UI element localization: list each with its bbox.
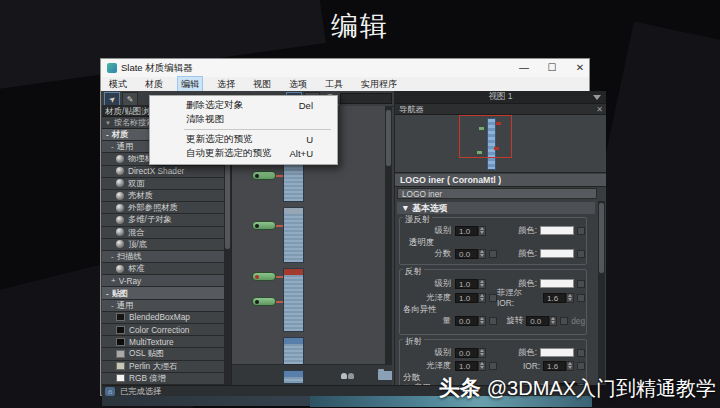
home-icon[interactable]: ⌂ [105, 387, 115, 396]
close-icon[interactable]: ✕ [596, 104, 603, 115]
opacity-map-button[interactable] [489, 250, 497, 258]
navigator-preview[interactable] [395, 115, 606, 173]
navigator-view-rectangle[interactable] [459, 115, 512, 158]
diffuse-level-spinner[interactable]: 1.0 [455, 226, 486, 236]
material-header[interactable]: LOGO iner ( CoronaMtl ) [395, 174, 606, 187]
map-node[interactable] [252, 221, 276, 230]
refraction-level-spinner[interactable]: 0.0 [455, 348, 486, 358]
browser-scrollbar-thumb[interactable] [225, 159, 230, 249]
browser-item[interactable]: DirectX Shader [102, 166, 224, 178]
browser-item[interactable]: Color Correction [102, 324, 224, 336]
menu-select[interactable]: 选择 [214, 77, 238, 92]
browser-item[interactable]: 双面 [102, 178, 224, 190]
browser-item[interactable]: OSL 贴图 [102, 348, 224, 360]
browser-item[interactable]: RGB 倍增 [102, 373, 224, 385]
map-node[interactable] [252, 297, 276, 306]
reflection-color-swatch[interactable] [540, 279, 574, 288]
refraction-gloss-map-button[interactable] [489, 362, 497, 370]
menu-utilities[interactable]: 实用程序 [358, 77, 400, 92]
browser-item[interactable]: 混合 [102, 227, 224, 239]
pick-material-button[interactable]: ✎ [122, 92, 138, 106]
refraction-color-swatch[interactable] [540, 348, 574, 357]
rotation-map-button[interactable] [560, 317, 568, 325]
navigator-header[interactable]: 导航器 ✕ [395, 104, 606, 115]
refraction-gloss-spinner[interactable]: 1.0 [455, 361, 486, 371]
fresnel-ior-spinner[interactable]: 1.6 [543, 293, 574, 303]
material-node[interactable] [283, 370, 304, 384]
page-title: 编辑 [0, 8, 720, 44]
browser-item[interactable]: MultiTexture [102, 336, 224, 348]
browser-scrollbar[interactable] [224, 129, 231, 385]
spinner-arrows-icon[interactable] [478, 279, 486, 289]
reflection-gloss-spinner[interactable]: 1.0 [455, 293, 486, 303]
params-scrollbar[interactable] [598, 201, 605, 384]
opacity-fraction-spinner[interactable]: 0.0 [455, 249, 486, 259]
reflection-level-spinner[interactable]: 1.0 [455, 279, 486, 289]
menu-material[interactable]: 材质 [142, 77, 166, 92]
opacity-color-swatch[interactable] [540, 249, 574, 258]
toolbar-search-field[interactable] [340, 93, 392, 104]
spinner-arrows-icon[interactable] [478, 226, 486, 236]
menu-edit[interactable]: 编辑 [178, 77, 202, 92]
close-button[interactable]: ✕ [573, 61, 587, 75]
folder-icon [378, 371, 392, 380]
tree-subgroup-vray[interactable]: +V-Ray [102, 275, 224, 287]
spinner-arrows-icon[interactable] [478, 348, 486, 358]
tree-group-maps[interactable]: -贴图 [102, 287, 224, 299]
refraction-map-button[interactable] [577, 349, 585, 357]
rotation-spinner[interactable]: 0.0 [526, 316, 557, 326]
diffuse-color-swatch[interactable] [540, 226, 574, 235]
browser-item[interactable]: BlendedBoxMap [102, 312, 224, 324]
node-view-scrollbar-thumb[interactable] [386, 110, 391, 166]
ior-spinner[interactable]: 1.6 [543, 361, 574, 371]
material-node[interactable] [283, 268, 304, 332]
material-node[interactable] [283, 207, 304, 263]
menu-options[interactable]: 选项 [286, 77, 310, 92]
spinner-arrows-icon[interactable] [478, 361, 486, 371]
map-node[interactable] [252, 272, 276, 281]
minimize-button[interactable]: — [517, 61, 531, 75]
spinner-arrows-icon[interactable] [566, 361, 574, 371]
menu-mode[interactable]: 模式 [106, 77, 130, 92]
spinner-arrows-icon[interactable] [566, 293, 574, 303]
node-header [284, 371, 303, 377]
opacity-color-map-button[interactable] [577, 250, 585, 258]
browser-item[interactable]: 标准 [102, 263, 224, 275]
fresnel-map-button[interactable] [577, 294, 585, 302]
node-view-scrollbar[interactable] [385, 106, 392, 364]
params-scrollbar-thumb[interactable] [599, 203, 604, 273]
diffuse-map-button[interactable] [577, 227, 585, 235]
browser-item[interactable]: 多维/子对象 [102, 214, 224, 226]
browser-item[interactable]: Perlin 大理石 [102, 361, 224, 373]
spinner-arrows-icon[interactable] [478, 316, 486, 326]
spinner-arrows-icon[interactable] [478, 293, 486, 303]
view-tab[interactable]: 视图 1 [395, 91, 606, 104]
anisotropy-map-button[interactable] [489, 317, 497, 325]
reflection-map-button[interactable] [577, 280, 585, 288]
browser-item[interactable]: 顶/底 [102, 239, 224, 251]
material-sphere-icon [116, 216, 124, 224]
chevron-down-icon[interactable] [593, 95, 601, 100]
anisotropy-amount-spinner[interactable]: 0.0 [455, 316, 486, 326]
menu-item-delete-selected[interactable]: 删除选定对象 Del [152, 99, 335, 112]
browser-item[interactable]: 壳材质 [102, 190, 224, 202]
ior-map-button[interactable] [577, 362, 585, 370]
gloss-map-button[interactable] [489, 294, 497, 302]
browser-item[interactable]: 外部参照材质 [102, 202, 224, 214]
menu-item-clear-view[interactable]: 清除视图 [152, 113, 335, 126]
menu-view[interactable]: 视图 [250, 77, 274, 92]
material-name-field[interactable]: LOGO iner [397, 188, 597, 199]
select-tool-button[interactable]: ➤ [104, 92, 120, 106]
window-titlebar[interactable]: Slate 材质编辑器 [101, 59, 589, 77]
tree-subgroup-maps-general[interactable]: -通用 [102, 300, 224, 312]
map-node[interactable] [252, 171, 276, 180]
menu-tools[interactable]: 工具 [322, 77, 346, 92]
maximize-button[interactable]: ☐ [545, 61, 559, 75]
reflection-gloss-row: 光泽度 1.0 菲涅尔 IOR: 1.6 [403, 292, 585, 303]
spinner-arrows-icon[interactable] [549, 316, 557, 326]
spinner-arrows-icon[interactable] [478, 249, 486, 259]
menu-item-auto-update-preview[interactable]: 自动更新选定的预览 Alt+U [152, 147, 335, 160]
tree-subgroup-scanline[interactable]: -扫描线 [102, 251, 224, 263]
menu-item-update-preview[interactable]: 更新选定的预览 U [152, 133, 335, 146]
rollout-basic-options[interactable]: ▼ 基本选项 [397, 202, 595, 214]
